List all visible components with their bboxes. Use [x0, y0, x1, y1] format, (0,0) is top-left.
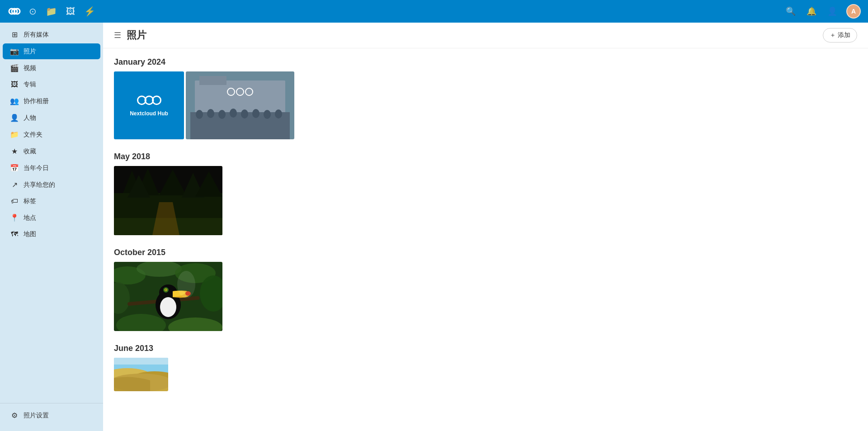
svg-point-44: [160, 297, 176, 317]
all-media-icon: ⊞: [10, 30, 19, 39]
forest-photo-svg: [114, 166, 222, 235]
photo-grid-jun2013: [114, 358, 857, 391]
tag-icon: 🏷: [10, 197, 19, 205]
collab-icon: 👥: [10, 97, 19, 105]
add-button[interactable]: ＋ 添加: [823, 28, 857, 43]
activity-icon[interactable]: ⚡: [82, 4, 97, 19]
topbar-left: ⊙ 📁 🖼 ⚡: [7, 4, 97, 19]
photo-grid-oct2015: [114, 262, 857, 331]
sidebar-settings[interactable]: ⚙ 照片设置: [3, 407, 100, 423]
photo-grid-may2018: [114, 166, 857, 235]
svg-point-16: [230, 109, 237, 118]
photo-nextcloud-hub[interactable]: Nextcloud Hub: [114, 71, 184, 139]
sidebar-item-all-media[interactable]: ⊞ 所有媒体: [3, 27, 100, 43]
section-title-jun2013: June 2013: [114, 344, 857, 353]
svg-rect-8: [199, 76, 226, 85]
people-icon: 👤: [10, 114, 19, 122]
sidebar-item-collab-album[interactable]: 👥 协作相册: [3, 93, 100, 109]
sidebar-bottom: ⚙ 照片设置: [0, 403, 103, 427]
svg-rect-12: [190, 112, 290, 139]
section-may2018: May 2018: [114, 152, 857, 235]
sidebar-item-map[interactable]: 🗺 地图: [3, 227, 100, 242]
toucan-photo-svg: [114, 262, 222, 331]
sidebar-toggle[interactable]: ☰: [114, 30, 121, 40]
photos-container: January 2024 Nextcloud Hub: [103, 48, 868, 413]
search-icon[interactable]: 🔍: [784, 5, 797, 18]
section-title-oct2015: October 2015: [114, 248, 857, 257]
svg-point-48: [165, 289, 167, 291]
contacts-icon[interactable]: 👤: [826, 5, 839, 18]
sidebar-item-tags[interactable]: 🏷 标签: [3, 194, 100, 209]
page-title: 照片: [127, 28, 817, 42]
video-icon: 🎬: [10, 64, 19, 72]
photo-toucan[interactable]: [114, 262, 222, 331]
avatar[interactable]: A: [846, 4, 861, 19]
main-content: ☰ 照片 ＋ 添加 January 2024: [103, 23, 868, 431]
svg-point-15: [218, 110, 226, 119]
sidebar: ⊞ 所有媒体 📷 照片 🎬 视频 🖼 专辑 👥 协作相册 👤 人物 📁 文件夹: [0, 23, 103, 431]
map-icon: 🗺: [10, 230, 19, 238]
svg-point-14: [207, 109, 214, 118]
sidebar-item-on-this-day[interactable]: 📅 当年今日: [3, 160, 100, 176]
camera-icon: 📷: [10, 47, 19, 56]
svg-point-13: [196, 110, 203, 119]
sidebar-item-favorites[interactable]: ★ 收藏: [3, 143, 100, 159]
sidebar-item-folders[interactable]: 📁 文件夹: [3, 127, 100, 142]
photos-nav-icon[interactable]: 🖼: [64, 5, 77, 19]
svg-point-50: [177, 271, 195, 298]
layout: ⊞ 所有媒体 📷 照片 🎬 视频 🖼 专辑 👥 协作相册 👤 人物 📁 文件夹: [0, 23, 868, 431]
folder-icon: 📁: [10, 130, 19, 139]
photo-desert[interactable]: [114, 358, 168, 391]
plus-icon: ＋: [830, 31, 836, 39]
photo-grid-jan2024: Nextcloud Hub: [114, 71, 857, 139]
album-icon: 🖼: [10, 81, 19, 89]
circle-nav-icon[interactable]: ⊙: [27, 4, 38, 19]
sidebar-item-people[interactable]: 👤 人物: [3, 110, 100, 126]
photo-group[interactable]: [186, 71, 294, 139]
svg-point-19: [264, 110, 271, 119]
photo-forest[interactable]: [114, 166, 222, 235]
svg-point-20: [275, 109, 282, 118]
sidebar-item-videos[interactable]: 🎬 视频: [3, 60, 100, 76]
section-jan2024: January 2024 Nextcloud Hub: [114, 57, 857, 139]
desert-photo-svg: [114, 358, 168, 391]
sidebar-item-albums[interactable]: 🖼 专辑: [3, 77, 100, 92]
svg-point-17: [241, 109, 248, 118]
section-title-jan2024: January 2024: [114, 57, 857, 67]
settings-icon: ⚙: [10, 411, 19, 420]
sidebar-item-photos[interactable]: 📷 照片: [3, 43, 100, 59]
svg-point-18: [252, 109, 259, 118]
nc-hub-logo: [136, 94, 163, 107]
pin-icon: 📍: [10, 213, 19, 222]
bell-icon[interactable]: 🔔: [805, 5, 818, 18]
sidebar-item-shared[interactable]: ↗ 共享给您的: [3, 177, 100, 193]
section-title-may2018: May 2018: [114, 152, 857, 161]
content-header: ☰ 照片 ＋ 添加: [103, 23, 868, 48]
section-jun2013: June 2013: [114, 344, 857, 391]
star-icon: ★: [10, 147, 19, 156]
topbar: ⊙ 📁 🖼 ⚡ 🔍 🔔 👤 A: [0, 0, 868, 23]
files-icon[interactable]: 📁: [44, 4, 59, 19]
topbar-right: 🔍 🔔 👤 A: [784, 4, 861, 19]
share-icon: ↗: [10, 180, 19, 189]
nextcloud-logo[interactable]: [7, 4, 22, 19]
calendar-icon: 📅: [10, 164, 19, 172]
section-oct2015: October 2015: [114, 248, 857, 331]
svg-rect-52: [114, 358, 168, 365]
group-photo-svg: [186, 71, 294, 139]
sidebar-item-places[interactable]: 📍 地点: [3, 210, 100, 226]
